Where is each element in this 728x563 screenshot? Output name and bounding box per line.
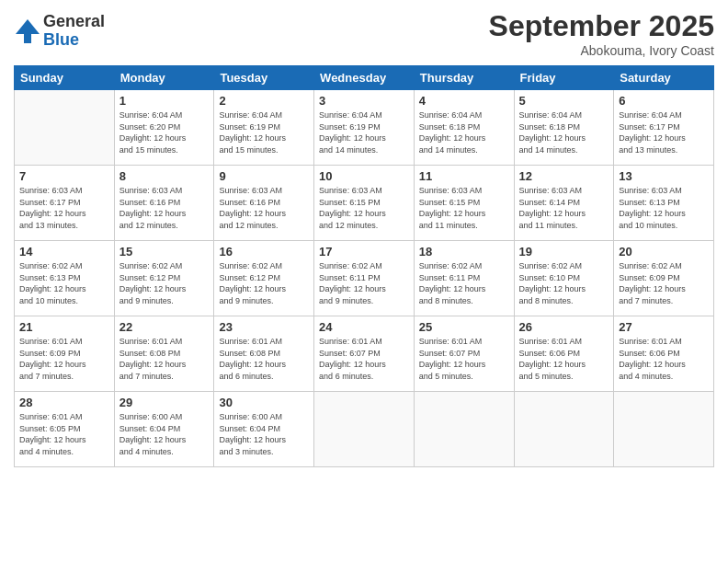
- header: General Blue September 2025 Abokouma, Iv…: [14, 9, 714, 58]
- calendar-cell: 21Sunrise: 6:01 AM Sunset: 6:09 PM Dayli…: [15, 316, 115, 392]
- calendar-cell: 20Sunrise: 6:02 AM Sunset: 6:09 PM Dayli…: [614, 241, 714, 316]
- calendar-cell: 8Sunrise: 6:03 AM Sunset: 6:16 PM Daylig…: [114, 166, 214, 241]
- day-number: 9: [219, 169, 309, 183]
- calendar-cell: 11Sunrise: 6:03 AM Sunset: 6:15 PM Dayli…: [414, 166, 514, 241]
- day-number: 20: [619, 245, 709, 259]
- weekday-saturday: Saturday: [614, 66, 714, 90]
- day-number: 3: [319, 94, 409, 108]
- day-info: Sunrise: 6:02 AM Sunset: 6:12 PM Dayligh…: [119, 260, 210, 306]
- day-info: Sunrise: 6:04 AM Sunset: 6:18 PM Dayligh…: [419, 109, 509, 155]
- weekday-tuesday: Tuesday: [214, 66, 314, 90]
- day-info: Sunrise: 6:04 AM Sunset: 6:19 PM Dayligh…: [319, 109, 409, 155]
- day-number: 29: [119, 396, 210, 409]
- calendar-cell: 5Sunrise: 6:04 AM Sunset: 6:18 PM Daylig…: [514, 90, 614, 166]
- svg-rect-1: [24, 34, 31, 43]
- calendar-cell: 3Sunrise: 6:04 AM Sunset: 6:19 PM Daylig…: [314, 90, 415, 166]
- calendar-cell: 29Sunrise: 6:00 AM Sunset: 6:04 PM Dayli…: [114, 392, 214, 467]
- day-info: Sunrise: 6:01 AM Sunset: 6:07 PM Dayligh…: [419, 336, 509, 382]
- calendar-cell: 23Sunrise: 6:01 AM Sunset: 6:08 PM Dayli…: [214, 316, 314, 392]
- day-info: Sunrise: 6:03 AM Sunset: 6:13 PM Dayligh…: [619, 185, 709, 231]
- week-row-2: 7Sunrise: 6:03 AM Sunset: 6:17 PM Daylig…: [15, 166, 714, 241]
- day-number: 6: [619, 94, 709, 108]
- logo-general: General: [43, 13, 105, 31]
- day-info: Sunrise: 6:02 AM Sunset: 6:12 PM Dayligh…: [219, 260, 309, 306]
- day-info: Sunrise: 6:03 AM Sunset: 6:17 PM Dayligh…: [19, 185, 109, 231]
- week-row-3: 14Sunrise: 6:02 AM Sunset: 6:13 PM Dayli…: [15, 241, 714, 316]
- day-number: 8: [119, 169, 210, 183]
- day-info: Sunrise: 6:04 AM Sunset: 6:18 PM Dayligh…: [519, 109, 609, 155]
- week-row-4: 21Sunrise: 6:01 AM Sunset: 6:09 PM Dayli…: [15, 316, 714, 392]
- day-info: Sunrise: 6:01 AM Sunset: 6:05 PM Dayligh…: [19, 411, 109, 457]
- calendar-cell: 30Sunrise: 6:00 AM Sunset: 6:04 PM Dayli…: [214, 392, 314, 467]
- day-number: 25: [419, 320, 509, 334]
- calendar-cell: 1Sunrise: 6:04 AM Sunset: 6:20 PM Daylig…: [114, 90, 214, 166]
- month-title: September 2025: [489, 9, 714, 43]
- day-number: 14: [19, 245, 109, 259]
- title-area: September 2025 Abokouma, Ivory Coast: [489, 9, 714, 58]
- day-number: 21: [19, 320, 109, 334]
- calendar-cell: [614, 392, 714, 467]
- day-number: 23: [219, 320, 309, 334]
- logo: General Blue: [14, 13, 105, 50]
- day-number: 15: [119, 245, 210, 259]
- day-number: 5: [519, 94, 609, 108]
- weekday-friday: Friday: [514, 66, 614, 90]
- calendar-cell: 4Sunrise: 6:04 AM Sunset: 6:18 PM Daylig…: [414, 90, 514, 166]
- day-info: Sunrise: 6:02 AM Sunset: 6:11 PM Dayligh…: [419, 260, 509, 306]
- day-info: Sunrise: 6:01 AM Sunset: 6:06 PM Dayligh…: [619, 336, 709, 382]
- week-row-1: 1Sunrise: 6:04 AM Sunset: 6:20 PM Daylig…: [15, 90, 714, 166]
- calendar-cell: 27Sunrise: 6:01 AM Sunset: 6:06 PM Dayli…: [614, 316, 714, 392]
- day-number: 16: [219, 245, 309, 259]
- day-number: 30: [219, 396, 309, 409]
- day-number: 18: [419, 245, 509, 259]
- day-info: Sunrise: 6:03 AM Sunset: 6:16 PM Dayligh…: [219, 185, 309, 231]
- day-number: 22: [119, 320, 210, 334]
- day-number: 1: [119, 94, 210, 108]
- week-row-5: 28Sunrise: 6:01 AM Sunset: 6:05 PM Dayli…: [15, 392, 714, 467]
- calendar-cell: 7Sunrise: 6:03 AM Sunset: 6:17 PM Daylig…: [15, 166, 115, 241]
- day-info: Sunrise: 6:03 AM Sunset: 6:15 PM Dayligh…: [319, 185, 409, 231]
- day-info: Sunrise: 6:00 AM Sunset: 6:04 PM Dayligh…: [219, 411, 309, 457]
- day-info: Sunrise: 6:01 AM Sunset: 6:08 PM Dayligh…: [119, 336, 210, 382]
- day-info: Sunrise: 6:01 AM Sunset: 6:07 PM Dayligh…: [319, 336, 409, 382]
- calendar-cell: 12Sunrise: 6:03 AM Sunset: 6:14 PM Dayli…: [514, 166, 614, 241]
- page: General Blue September 2025 Abokouma, Iv…: [0, 0, 728, 563]
- weekday-header-row: SundayMondayTuesdayWednesdayThursdayFrid…: [15, 66, 714, 90]
- day-info: Sunrise: 6:03 AM Sunset: 6:15 PM Dayligh…: [419, 185, 509, 231]
- day-number: 10: [319, 169, 409, 183]
- day-info: Sunrise: 6:03 AM Sunset: 6:14 PM Dayligh…: [519, 185, 609, 231]
- day-number: 26: [519, 320, 609, 334]
- svg-marker-0: [16, 19, 40, 34]
- location: Abokouma, Ivory Coast: [489, 43, 714, 58]
- day-number: 7: [19, 169, 109, 183]
- day-number: 19: [519, 245, 609, 259]
- calendar-cell: 2Sunrise: 6:04 AM Sunset: 6:19 PM Daylig…: [214, 90, 314, 166]
- calendar: SundayMondayTuesdayWednesdayThursdayFrid…: [14, 65, 714, 467]
- calendar-cell: 10Sunrise: 6:03 AM Sunset: 6:15 PM Dayli…: [314, 166, 415, 241]
- calendar-cell: 26Sunrise: 6:01 AM Sunset: 6:06 PM Dayli…: [514, 316, 614, 392]
- day-number: 13: [619, 169, 709, 183]
- day-number: 4: [419, 94, 509, 108]
- calendar-cell: 24Sunrise: 6:01 AM Sunset: 6:07 PM Dayli…: [314, 316, 415, 392]
- calendar-cell: 6Sunrise: 6:04 AM Sunset: 6:17 PM Daylig…: [614, 90, 714, 166]
- day-number: 27: [619, 320, 709, 334]
- calendar-cell: 25Sunrise: 6:01 AM Sunset: 6:07 PM Dayli…: [414, 316, 514, 392]
- calendar-cell: 19Sunrise: 6:02 AM Sunset: 6:10 PM Dayli…: [514, 241, 614, 316]
- day-info: Sunrise: 6:02 AM Sunset: 6:11 PM Dayligh…: [319, 260, 409, 306]
- day-number: 28: [19, 396, 109, 409]
- weekday-thursday: Thursday: [414, 66, 514, 90]
- calendar-cell: [414, 392, 514, 467]
- weekday-sunday: Sunday: [15, 66, 115, 90]
- day-info: Sunrise: 6:02 AM Sunset: 6:13 PM Dayligh…: [19, 260, 109, 306]
- calendar-cell: 17Sunrise: 6:02 AM Sunset: 6:11 PM Dayli…: [314, 241, 415, 316]
- day-info: Sunrise: 6:01 AM Sunset: 6:09 PM Dayligh…: [19, 336, 109, 382]
- calendar-cell: [314, 392, 415, 467]
- calendar-cell: 15Sunrise: 6:02 AM Sunset: 6:12 PM Dayli…: [114, 241, 214, 316]
- logo-text: General Blue: [43, 13, 105, 50]
- day-number: 11: [419, 169, 509, 183]
- day-info: Sunrise: 6:00 AM Sunset: 6:04 PM Dayligh…: [119, 411, 210, 457]
- calendar-cell: [514, 392, 614, 467]
- logo-icon: [14, 17, 41, 45]
- day-info: Sunrise: 6:04 AM Sunset: 6:17 PM Dayligh…: [619, 109, 709, 155]
- calendar-cell: 22Sunrise: 6:01 AM Sunset: 6:08 PM Dayli…: [114, 316, 214, 392]
